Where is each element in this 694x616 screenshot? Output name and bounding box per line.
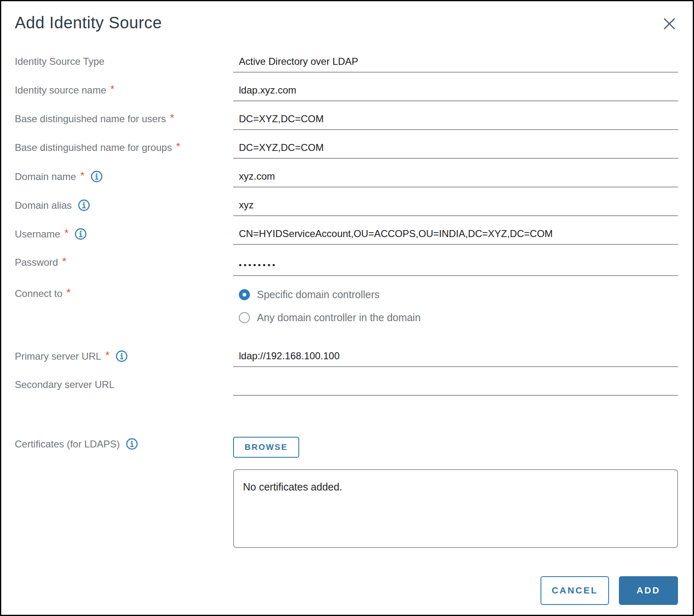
radio-specific-domain-controllers[interactable]: Specific domain controllers (239, 288, 678, 301)
row-username: Username * CN=HYIDServiceAccount,OU=ACCO… (15, 227, 678, 245)
add-button[interactable]: ADD (619, 576, 678, 605)
secondary-server-url-label: Secondary server URL (15, 379, 115, 391)
domain-name-input[interactable]: xyz.com (233, 169, 678, 187)
info-icon[interactable] (78, 199, 90, 212)
row-base-dn-users: Base distinguished name for users * DC=X… (15, 112, 678, 130)
certificates-label: Certificates (for LDAPS) (15, 438, 120, 450)
info-icon[interactable] (90, 170, 103, 183)
domain-alias-input[interactable]: xyz (233, 198, 678, 216)
password-input[interactable]: •••••••• (233, 256, 678, 276)
base-dn-groups-label: Base distinguished name for groups (15, 141, 172, 154)
row-identity-source-type: Identity Source Type Active Directory ov… (15, 55, 678, 73)
identity-source-name-input[interactable]: ldap.xyz.com (233, 83, 678, 101)
primary-server-url-value: ldap://192.168.100.100 (239, 350, 340, 361)
connect-to-label: Connect to (15, 287, 62, 300)
domain-alias-value: xyz (239, 199, 254, 210)
certificates-list-box: No certificates added. (233, 469, 678, 548)
browse-button[interactable]: BROWSE (233, 437, 299, 458)
domain-name-label: Domain name (15, 171, 76, 183)
certificates-section: BROWSE No certificates added. (233, 437, 678, 552)
info-icon[interactable] (115, 350, 128, 363)
cancel-button[interactable]: CANCEL (541, 576, 609, 605)
certificates-empty-text: No certificates added. (243, 481, 342, 493)
identity-source-form: Identity Source Type Active Directory ov… (15, 55, 678, 552)
radio-unselected-icon (239, 312, 250, 323)
info-icon[interactable] (126, 438, 138, 450)
primary-server-url-input[interactable]: ldap://192.168.100.100 (233, 349, 678, 367)
row-connect-to: Connect to * Specific domain controllers… (15, 287, 678, 338)
base-dn-users-input[interactable]: DC=XYZ,DC=COM (233, 112, 678, 130)
required-asterisk: * (176, 141, 180, 151)
close-button[interactable] (662, 17, 676, 31)
domain-alias-label: Domain alias (15, 199, 72, 212)
row-primary-server-url: Primary server URL * ldap://192.168.100.… (15, 349, 678, 367)
row-identity-source-name: Identity source name * ldap.xyz.com (15, 83, 678, 101)
row-base-dn-groups: Base distinguished name for groups * DC=… (15, 141, 678, 159)
radio-option-label: Any domain controller in the domain (257, 311, 421, 324)
required-asterisk: * (62, 256, 66, 266)
primary-server-url-label: Primary server URL (15, 350, 101, 363)
radio-any-domain-controller[interactable]: Any domain controller in the domain (239, 311, 678, 324)
required-asterisk: * (105, 350, 110, 360)
row-domain-alias: Domain alias xyz (15, 198, 678, 216)
close-icon (662, 17, 676, 31)
identity-source-type-label: Identity Source Type (15, 55, 104, 68)
base-dn-users-value: DC=XYZ,DC=COM (239, 113, 324, 124)
base-dn-groups-input[interactable]: DC=XYZ,DC=COM (233, 141, 678, 159)
username-value: CN=HYIDServiceAccount,OU=ACCOPS,OU=INDIA… (239, 228, 553, 239)
add-identity-source-dialog: Add Identity Source Identity Source Type… (0, 0, 694, 616)
row-secondary-server-url: Secondary server URL (15, 378, 678, 396)
password-label: Password (15, 256, 58, 269)
required-asterisk: * (110, 84, 115, 94)
required-asterisk: * (64, 228, 69, 238)
identity-source-type-value: Active Directory over LDAP (239, 56, 358, 67)
row-domain-name: Domain name * xyz.com (15, 169, 678, 187)
row-certificates: Certificates (for LDAPS) BROWSE No certi… (15, 437, 678, 552)
dialog-title: Add Identity Source (15, 13, 678, 32)
identity-source-type-select[interactable]: Active Directory over LDAP (233, 55, 678, 73)
connect-to-radio-group: Specific domain controllers Any domain c… (233, 287, 678, 338)
base-dn-groups-value: DC=XYZ,DC=COM (239, 142, 324, 153)
required-asterisk: * (66, 287, 71, 297)
domain-name-value: xyz.com (239, 171, 275, 182)
dialog-footer: CANCEL ADD (541, 576, 678, 605)
base-dn-users-label: Base distinguished name for users (15, 113, 166, 125)
info-icon[interactable] (74, 228, 87, 240)
username-label: Username (15, 228, 60, 240)
identity-source-name-value: ldap.xyz.com (239, 84, 296, 96)
secondary-server-url-input[interactable] (233, 378, 678, 396)
password-masked-value: •••••••• (239, 260, 277, 269)
username-input[interactable]: CN=HYIDServiceAccount,OU=ACCOPS,OU=INDIA… (233, 227, 678, 245)
identity-source-name-label: Identity source name (15, 84, 106, 96)
required-asterisk: * (80, 171, 84, 180)
row-password: Password * •••••••• (15, 256, 678, 276)
radio-selected-icon (239, 289, 250, 300)
required-asterisk: * (170, 113, 174, 123)
radio-option-label: Specific domain controllers (257, 288, 380, 301)
